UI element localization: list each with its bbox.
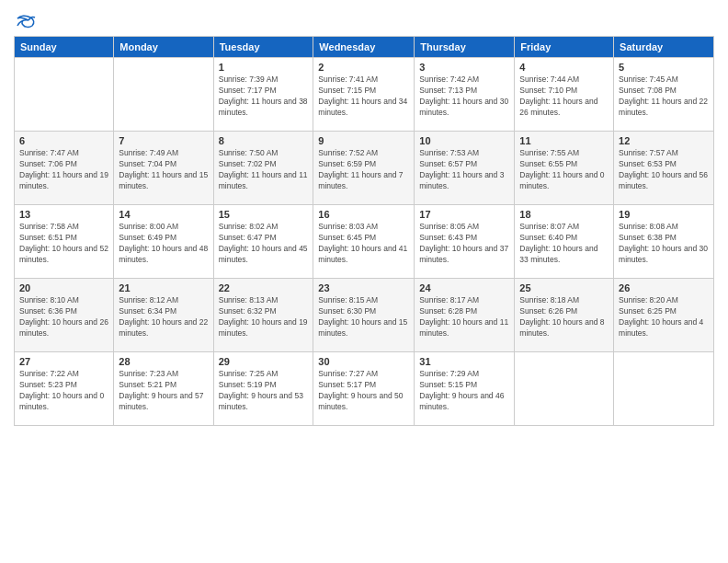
day-detail: Sunrise: 8:03 AM Sunset: 6:45 PM Dayligh… [318, 222, 409, 266]
weekday-header-wednesday: Wednesday [313, 37, 415, 58]
day-detail: Sunrise: 7:55 AM Sunset: 6:55 PM Dayligh… [519, 148, 609, 192]
day-number: 17 [419, 209, 509, 220]
day-cell [15, 58, 114, 132]
day-detail: Sunrise: 8:00 AM Sunset: 6:49 PM Dayligh… [119, 222, 208, 266]
week-row-5: 27Sunrise: 7:22 AM Sunset: 5:23 PM Dayli… [15, 352, 714, 426]
day-number: 19 [619, 209, 709, 220]
weekday-header-tuesday: Tuesday [213, 37, 313, 58]
day-cell: 3Sunrise: 7:42 AM Sunset: 7:13 PM Daylig… [415, 58, 515, 132]
weekday-header-sunday: Sunday [15, 37, 114, 58]
day-detail: Sunrise: 7:49 AM Sunset: 7:04 PM Dayligh… [119, 148, 208, 192]
day-detail: Sunrise: 8:05 AM Sunset: 6:43 PM Dayligh… [419, 222, 509, 266]
day-cell: 21Sunrise: 8:12 AM Sunset: 6:34 PM Dayli… [114, 279, 213, 352]
day-cell: 25Sunrise: 8:18 AM Sunset: 6:26 PM Dayli… [515, 279, 614, 352]
day-number: 30 [318, 356, 409, 367]
day-number: 18 [519, 209, 609, 220]
day-cell: 8Sunrise: 7:50 AM Sunset: 7:02 PM Daylig… [213, 132, 313, 205]
day-number: 3 [419, 62, 509, 73]
header [14, 9, 714, 32]
day-number: 15 [219, 209, 309, 220]
day-number: 28 [119, 356, 208, 367]
day-detail: Sunrise: 8:12 AM Sunset: 6:34 PM Dayligh… [119, 295, 208, 339]
day-detail: Sunrise: 7:29 AM Sunset: 5:15 PM Dayligh… [419, 369, 509, 413]
day-cell: 9Sunrise: 7:52 AM Sunset: 6:59 PM Daylig… [313, 132, 415, 205]
day-cell: 11Sunrise: 7:55 AM Sunset: 6:55 PM Dayli… [515, 132, 614, 205]
day-detail: Sunrise: 7:42 AM Sunset: 7:13 PM Dayligh… [419, 75, 509, 119]
page-container: SundayMondayTuesdayWednesdayThursdayFrid… [0, 0, 728, 433]
day-cell: 6Sunrise: 7:47 AM Sunset: 7:06 PM Daylig… [15, 132, 114, 205]
day-detail: Sunrise: 7:25 AM Sunset: 5:19 PM Dayligh… [219, 369, 309, 413]
day-cell: 7Sunrise: 7:49 AM Sunset: 7:04 PM Daylig… [114, 132, 213, 205]
day-detail: Sunrise: 7:22 AM Sunset: 5:23 PM Dayligh… [19, 369, 108, 413]
calendar-table: SundayMondayTuesdayWednesdayThursdayFrid… [14, 36, 714, 426]
day-cell: 24Sunrise: 8:17 AM Sunset: 6:28 PM Dayli… [415, 279, 515, 352]
day-cell [515, 352, 614, 426]
day-cell: 10Sunrise: 7:53 AM Sunset: 6:57 PM Dayli… [415, 132, 515, 205]
day-detail: Sunrise: 8:13 AM Sunset: 6:32 PM Dayligh… [219, 295, 309, 339]
day-cell: 19Sunrise: 8:08 AM Sunset: 6:38 PM Dayli… [614, 205, 714, 279]
day-cell: 28Sunrise: 7:23 AM Sunset: 5:21 PM Dayli… [114, 352, 213, 426]
weekday-header-thursday: Thursday [415, 37, 515, 58]
day-detail: Sunrise: 8:10 AM Sunset: 6:36 PM Dayligh… [19, 295, 108, 339]
day-number: 5 [619, 62, 709, 73]
day-detail: Sunrise: 8:07 AM Sunset: 6:40 PM Dayligh… [519, 222, 609, 266]
day-number: 4 [519, 62, 609, 73]
week-row-3: 13Sunrise: 7:58 AM Sunset: 6:51 PM Dayli… [15, 205, 714, 279]
day-number: 10 [419, 135, 509, 146]
weekday-header-monday: Monday [114, 37, 213, 58]
day-cell: 18Sunrise: 8:07 AM Sunset: 6:40 PM Dayli… [515, 205, 614, 279]
week-row-2: 6Sunrise: 7:47 AM Sunset: 7:06 PM Daylig… [15, 132, 714, 205]
day-number: 31 [419, 356, 509, 367]
week-row-4: 20Sunrise: 8:10 AM Sunset: 6:36 PM Dayli… [15, 279, 714, 352]
day-cell: 23Sunrise: 8:15 AM Sunset: 6:30 PM Dayli… [313, 279, 415, 352]
day-number: 2 [318, 62, 409, 73]
day-number: 21 [119, 282, 208, 293]
day-number: 24 [419, 282, 509, 293]
day-detail: Sunrise: 7:50 AM Sunset: 7:02 PM Dayligh… [219, 148, 309, 192]
day-detail: Sunrise: 8:20 AM Sunset: 6:25 PM Dayligh… [619, 295, 709, 339]
day-cell: 14Sunrise: 8:00 AM Sunset: 6:49 PM Dayli… [114, 205, 213, 279]
day-detail: Sunrise: 8:08 AM Sunset: 6:38 PM Dayligh… [619, 222, 709, 266]
day-detail: Sunrise: 7:53 AM Sunset: 6:57 PM Dayligh… [419, 148, 509, 192]
day-detail: Sunrise: 7:44 AM Sunset: 7:10 PM Dayligh… [519, 75, 609, 119]
day-number: 1 [219, 62, 309, 73]
day-cell: 2Sunrise: 7:41 AM Sunset: 7:15 PM Daylig… [313, 58, 415, 132]
day-number: 27 [19, 356, 108, 367]
day-cell: 30Sunrise: 7:27 AM Sunset: 5:17 PM Dayli… [313, 352, 415, 426]
day-cell: 31Sunrise: 7:29 AM Sunset: 5:15 PM Dayli… [415, 352, 515, 426]
day-detail: Sunrise: 8:15 AM Sunset: 6:30 PM Dayligh… [318, 295, 409, 339]
day-number: 9 [318, 135, 409, 146]
day-detail: Sunrise: 7:58 AM Sunset: 6:51 PM Dayligh… [19, 222, 108, 266]
day-cell: 22Sunrise: 8:13 AM Sunset: 6:32 PM Dayli… [213, 279, 313, 352]
day-number: 7 [119, 135, 208, 146]
day-detail: Sunrise: 7:23 AM Sunset: 5:21 PM Dayligh… [119, 369, 208, 413]
day-detail: Sunrise: 7:41 AM Sunset: 7:15 PM Dayligh… [318, 75, 409, 119]
day-cell: 20Sunrise: 8:10 AM Sunset: 6:36 PM Dayli… [15, 279, 114, 352]
day-number: 14 [119, 209, 208, 220]
day-detail: Sunrise: 8:02 AM Sunset: 6:47 PM Dayligh… [219, 222, 309, 266]
day-detail: Sunrise: 7:39 AM Sunset: 7:17 PM Dayligh… [219, 75, 309, 119]
day-number: 25 [519, 282, 609, 293]
day-number: 23 [318, 282, 409, 293]
day-number: 8 [219, 135, 309, 146]
day-detail: Sunrise: 7:47 AM Sunset: 7:06 PM Dayligh… [19, 148, 108, 192]
weekday-header-row: SundayMondayTuesdayWednesdayThursdayFrid… [15, 37, 714, 58]
day-number: 13 [19, 209, 108, 220]
day-number: 6 [19, 135, 108, 146]
weekday-header-saturday: Saturday [614, 37, 714, 58]
day-detail: Sunrise: 7:45 AM Sunset: 7:08 PM Dayligh… [619, 75, 709, 119]
day-cell: 17Sunrise: 8:05 AM Sunset: 6:43 PM Dayli… [415, 205, 515, 279]
weekday-header-friday: Friday [515, 37, 614, 58]
day-detail: Sunrise: 7:57 AM Sunset: 6:53 PM Dayligh… [619, 148, 709, 192]
day-number: 16 [318, 209, 409, 220]
day-cell: 15Sunrise: 8:02 AM Sunset: 6:47 PM Dayli… [213, 205, 313, 279]
week-row-1: 1Sunrise: 7:39 AM Sunset: 7:17 PM Daylig… [15, 58, 714, 132]
day-number: 26 [619, 282, 709, 293]
day-cell: 4Sunrise: 7:44 AM Sunset: 7:10 PM Daylig… [515, 58, 614, 132]
day-cell [614, 352, 714, 426]
day-cell: 26Sunrise: 8:20 AM Sunset: 6:25 PM Dayli… [614, 279, 714, 352]
day-cell [114, 58, 213, 132]
day-number: 20 [19, 282, 108, 293]
day-number: 29 [219, 356, 309, 367]
day-number: 22 [219, 282, 309, 293]
